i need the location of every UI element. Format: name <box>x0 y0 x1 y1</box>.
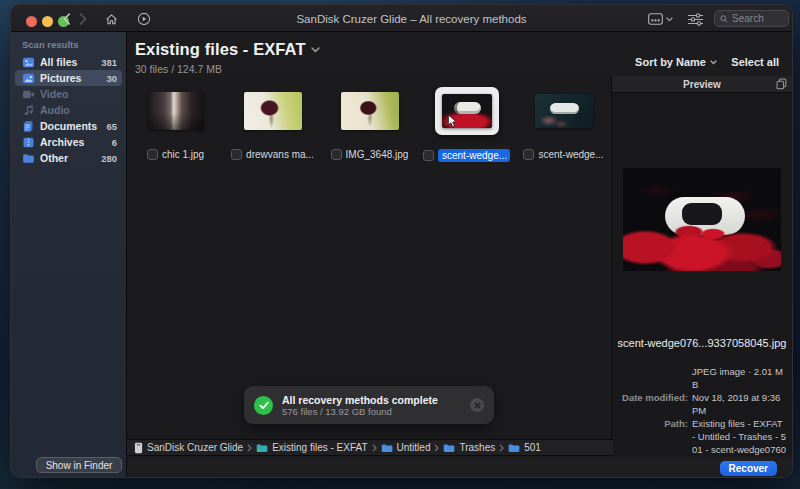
meta-file-type-size: JPEG image · 2.01 MB <box>692 365 787 391</box>
file-checkbox[interactable] <box>231 149 242 160</box>
folder-title-dropdown[interactable]: Existing files - EXFAT <box>135 40 320 59</box>
sort-by-button[interactable]: Sort by Name <box>635 56 717 68</box>
breadcrumb: SanDisk Cruzer Glide Existing files - EX… <box>127 439 613 456</box>
file-checkbox[interactable] <box>331 149 342 160</box>
copy-icon <box>776 78 787 90</box>
search-field[interactable] <box>714 10 789 27</box>
file-name[interactable]: chic 1.jpg <box>162 149 204 160</box>
folder-icon <box>508 443 520 453</box>
breadcrumb-label: Trashes <box>459 442 495 453</box>
file-thumbnail[interactable] <box>535 94 593 128</box>
close-window-button[interactable] <box>26 16 37 27</box>
meta-label <box>616 365 688 391</box>
recovery-complete-toast: All recovery methods complete 576 files … <box>244 386 494 424</box>
chevron-down-icon <box>710 60 717 65</box>
folder-summary: 30 files / 124.7 MB <box>135 63 222 75</box>
rescan-button[interactable] <box>136 12 152 26</box>
mouse-cursor-icon <box>447 114 458 133</box>
search-icon <box>720 14 728 24</box>
meta-date-value: Nov 18, 2019 at 9:36 PM <box>692 391 787 417</box>
minimize-window-button[interactable] <box>42 16 53 27</box>
breadcrumb-separator-icon <box>434 444 439 452</box>
content-header: Existing files - EXFAT 30 files / 124.7 … <box>127 32 792 76</box>
sidebar-item-label: Archives <box>40 136 107 148</box>
filters-button[interactable] <box>688 12 703 30</box>
file-row: chic 1.jpg drewvans ma... IMG_3648.jpg <box>127 76 613 162</box>
breadcrumb-separator-icon <box>247 444 252 452</box>
toast-close-button[interactable] <box>470 398 484 412</box>
sidebar-item-audio[interactable]: Audio <box>15 102 122 118</box>
home-button[interactable] <box>103 12 119 26</box>
sidebar-item-all-files[interactable]: All files 381 <box>15 54 122 70</box>
file-name[interactable]: scent-wedge... <box>438 149 510 162</box>
chevron-down-icon <box>666 17 673 22</box>
sidebar-item-count: 65 <box>106 121 117 132</box>
file-grid: chic 1.jpg drewvans ma... IMG_3648.jpg <box>127 76 613 439</box>
folder-icon <box>443 443 455 453</box>
forward-button[interactable] <box>75 12 91 26</box>
breadcrumb-separator-icon <box>372 444 377 452</box>
sidebar-item-video[interactable]: Video <box>15 86 122 102</box>
file-checkbox[interactable] <box>523 149 534 160</box>
file-item-scent-wedge-selected[interactable]: scent-wedge... <box>418 76 515 162</box>
breadcrumb-label: 501 <box>524 442 541 453</box>
file-item-drewvans[interactable]: drewvans ma... <box>224 76 321 162</box>
sidebar-item-count: 30 <box>106 73 117 84</box>
recover-button[interactable]: Recover <box>720 461 777 476</box>
file-name[interactable]: IMG_3648.jpg <box>346 149 409 160</box>
sidebar-item-pictures[interactable]: Pictures 30 <box>15 70 122 86</box>
breadcrumb-item-trashes[interactable]: Trashes <box>443 442 495 453</box>
sidebar-section-header: Scan results <box>11 32 126 54</box>
drive-icon <box>134 442 143 454</box>
sidebar-item-count: 381 <box>101 57 117 68</box>
select-all-button[interactable]: Select all <box>731 56 779 68</box>
breadcrumb-item-exfat[interactable]: Existing files - EXFAT <box>256 442 367 453</box>
breadcrumb-item-drive[interactable]: SanDisk Cruzer Glide <box>134 442 243 454</box>
back-button[interactable] <box>59 12 75 26</box>
toast-subtitle: 576 files / 13.92 GB found <box>282 406 470 417</box>
bottom-bar: Recover <box>127 457 792 477</box>
app-window: SanDisk Cruzer Glide – All recovery meth… <box>10 4 793 478</box>
window-title: SanDisk Cruzer Glide – All recovery meth… <box>211 5 612 32</box>
sidebar-item-label: Video <box>40 88 112 100</box>
toast-title: All recovery methods complete <box>282 394 470 406</box>
file-item-img3648[interactable]: IMG_3648.jpg <box>321 76 418 162</box>
file-name[interactable]: drewvans ma... <box>246 149 314 160</box>
sidebar-item-label: Documents <box>40 120 101 132</box>
home-icon <box>105 13 118 26</box>
breadcrumb-label: Existing files - EXFAT <box>272 442 367 453</box>
sidebar-item-label: Pictures <box>40 72 101 84</box>
success-check-icon <box>254 396 273 415</box>
meta-date-label: Date modified: <box>616 391 688 417</box>
file-item-scent-wedge-2[interactable]: scent-wedge... <box>515 76 612 162</box>
file-checkbox[interactable] <box>423 150 434 161</box>
other-icon <box>22 152 35 165</box>
sidebar-item-label: Other <box>40 152 96 164</box>
view-mode-button[interactable] <box>648 13 673 25</box>
pictures-icon <box>22 72 35 85</box>
breadcrumb-item-501[interactable]: 501 <box>508 442 541 453</box>
breadcrumb-label: SanDisk Cruzer Glide <box>147 442 243 453</box>
file-item-chic[interactable]: chic 1.jpg <box>127 76 224 162</box>
sort-by-label: Sort by Name <box>635 56 706 68</box>
folder-icon <box>381 443 393 453</box>
sidebar-item-documents[interactable]: Documents 65 <box>15 118 122 134</box>
breadcrumb-item-untitled[interactable]: Untitled <box>381 442 431 453</box>
selected-thumbnail-frame[interactable] <box>435 87 499 135</box>
sidebar-item-archives[interactable]: Archives 6 <box>15 134 122 150</box>
preview-image-flowers <box>623 215 781 271</box>
audio-icon <box>22 104 35 117</box>
file-name[interactable]: scent-wedge... <box>538 149 603 160</box>
file-thumbnail[interactable] <box>244 92 302 130</box>
chevron-right-icon <box>79 13 87 25</box>
file-thumbnail[interactable] <box>341 92 399 130</box>
archives-icon <box>22 136 35 149</box>
preview-panel: Preview scent-wedge076...9337058045.jpg … <box>611 76 792 456</box>
sidebar-item-other[interactable]: Other 280 <box>15 150 122 166</box>
file-checkbox[interactable] <box>147 149 158 160</box>
preview-image <box>623 168 781 271</box>
show-in-finder-button[interactable]: Show in Finder <box>36 457 122 473</box>
copy-preview-button[interactable] <box>776 78 787 92</box>
search-input[interactable] <box>732 13 783 24</box>
file-thumbnail[interactable] <box>148 92 204 130</box>
